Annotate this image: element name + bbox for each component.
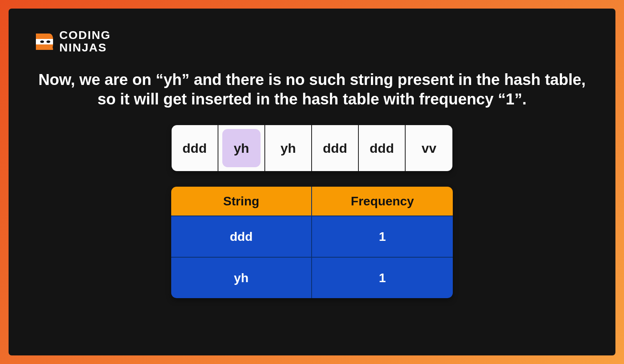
table-cell-string: yh [171,258,312,298]
array-cell-label: ddd [183,141,207,156]
array-cell-label: yh [234,141,249,156]
table-row: yh1 [171,257,453,298]
brand-logo: CODING NINJAS [32,29,592,53]
array-cell: ddd [312,125,359,171]
explanation-text: Now, we are on “yh” and there is no such… [35,70,589,109]
brand-line-1: CODING [59,29,111,41]
array-cell: yh [218,125,265,171]
array-cell-label: vv [422,141,436,156]
array-cell-label: ddd [323,141,347,156]
slide-frame: CODING NINJAS Now, we are on “yh” and th… [9,9,615,355]
table-header-string: String [171,187,312,216]
table-cell-string: ddd [171,216,312,257]
hash-table: String Frequency ddd1yh1 [32,187,592,298]
array-cell: ddd [172,125,218,171]
array-cell: vv [406,125,452,171]
brand-line-2: NINJAS [59,41,111,54]
brand-text: CODING NINJAS [59,29,111,53]
array-cell: ddd [359,125,406,171]
input-array: dddyhyhddddddvv [32,125,592,171]
array-cell-label: ddd [370,141,394,156]
ninja-icon [32,30,54,52]
array-cell-label: yh [280,141,296,156]
table-cell-frequency: 1 [312,258,453,298]
table-header-frequency: Frequency [312,187,453,216]
table-header-row: String Frequency [171,187,453,216]
table-cell-frequency: 1 [312,216,453,257]
svg-rect-0 [36,39,53,44]
svg-point-2 [46,40,50,42]
svg-point-1 [40,40,44,42]
array-cell: yh [265,125,312,171]
table-row: ddd1 [171,216,453,257]
